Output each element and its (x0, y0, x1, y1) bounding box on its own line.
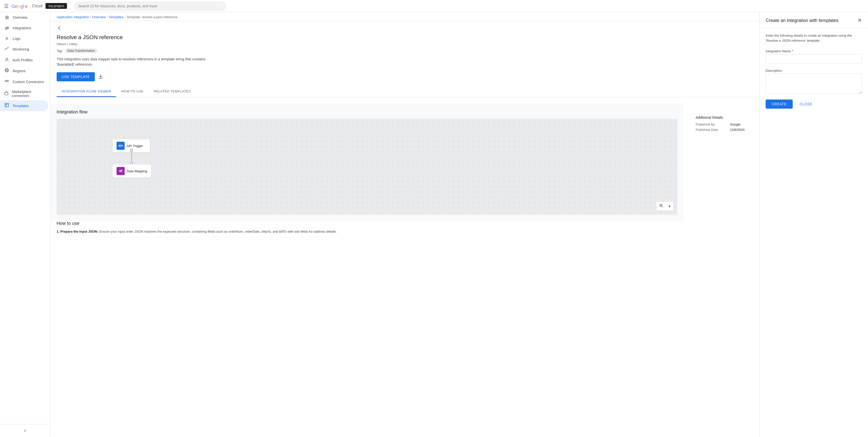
create-button[interactable]: CREATE (766, 100, 793, 109)
tab-integration-flow[interactable]: INTEGRATION FLOW VIEWER (57, 87, 116, 97)
templates-icon (4, 103, 10, 109)
sidebar-label-overview: Overview (13, 15, 27, 20)
flow-container: Integration flow API API Trigger (51, 103, 683, 240)
side-panel: Create an integration with templates ✕ E… (759, 12, 868, 437)
sidebar-item-connectors[interactable]: Custom Connectors (0, 76, 48, 87)
breadcrumb-templates[interactable]: Templates (109, 15, 124, 19)
zoom-dropdown-button[interactable]: ▾ (666, 202, 673, 210)
panel-close-button[interactable]: ✕ (857, 17, 862, 24)
menu-icon[interactable]: ☰ (4, 3, 9, 9)
integrations-icon: ⇄ (4, 25, 10, 31)
zoom-button[interactable] (656, 202, 666, 210)
step1-label: 1. (57, 230, 60, 233)
sidebar: ⊞ Overview ⇄ Integrations ≡ Logs Monitor… (0, 12, 51, 437)
breadcrumb-sep-3: / (125, 15, 126, 19)
flow-canvas: API API Trigger (57, 119, 677, 215)
sidebar-item-overview[interactable]: ⊞ Overview (0, 12, 48, 23)
panel-actions: CREATE CLOSE (766, 100, 862, 109)
connector-line-1 (131, 149, 132, 163)
step1-bold: Prepare the Input JSON: (60, 230, 98, 233)
sidebar-item-monitoring[interactable]: Monitoring (0, 44, 48, 55)
panel-body: Enter the following details to create an… (760, 28, 868, 437)
sidebar-label-connectors: Custom Connectors (13, 80, 44, 84)
back-button[interactable] (57, 25, 62, 32)
description-label-row: Description (766, 69, 862, 72)
api-trigger-icon: API (117, 142, 125, 150)
published-date-label: Published Date: (695, 128, 726, 132)
published-by-value: Google (730, 123, 741, 126)
svg-rect-16 (5, 103, 9, 107)
additional-details: Additional Details Published by: Google … (683, 103, 759, 240)
search-container (74, 2, 226, 10)
step1-text: Ensure your input order JSON matches the… (98, 230, 337, 233)
use-template-button[interactable]: USE TEMPLATE (57, 72, 95, 81)
sidebar-item-auth[interactable]: Auth Profiles (0, 55, 48, 65)
connectors-icon (4, 79, 10, 85)
svg-rect-11 (7, 80, 9, 81)
data-mapping-label: Data Mapping (127, 169, 147, 173)
description-field: Description (766, 69, 862, 95)
logo: G o o g l e Cloud (12, 3, 42, 9)
flow-and-details: Integration flow API API Trigger (51, 103, 759, 240)
tab-how-to-use[interactable]: HOW TO USE (116, 87, 148, 97)
project-selector[interactable]: my-project (45, 3, 67, 9)
flow-area: Integration flow API API Trigger (51, 103, 683, 221)
cloud-text: Cloud (32, 4, 42, 8)
sidebar-label-regions: Regions (13, 69, 26, 73)
integration-name-field: Integration Name * (766, 49, 862, 64)
sidebar-collapse-btn[interactable] (0, 426, 50, 435)
breadcrumb: Application Integration / Overview / Tem… (51, 12, 759, 21)
integration-name-input[interactable] (766, 54, 862, 64)
integration-name-required: * (792, 49, 793, 53)
marketplace-icon (4, 91, 9, 97)
topbar: ☰ G o o g l e Cloud my-project (0, 0, 868, 12)
svg-text:e: e (25, 4, 28, 9)
svg-rect-15 (5, 93, 8, 95)
published-date-value: 12/6/2024 (730, 128, 745, 132)
how-to-use-title: How to use (57, 221, 677, 226)
search-input[interactable] (74, 2, 226, 10)
auth-icon (4, 57, 10, 63)
template-subtitle: Others | Utility (57, 42, 753, 46)
sidebar-label-templates: Templates (13, 104, 29, 108)
sidebar-label-integrations: Integrations (13, 26, 31, 30)
description-textarea[interactable] (766, 73, 862, 94)
svg-text:o: o (15, 4, 18, 9)
sidebar-item-logs[interactable]: ≡ Logs (0, 33, 48, 44)
sidebar-item-integrations[interactable]: ⇄ Integrations (0, 23, 48, 33)
flow-dotted-bg: API API Trigger (57, 119, 677, 215)
svg-line-24 (662, 206, 663, 207)
breadcrumb-app-integration[interactable]: Application Integration (57, 15, 89, 19)
logs-icon: ≡ (4, 36, 10, 41)
additional-details-content: Additional Details Published by: Google … (689, 109, 753, 139)
tag-label: Tag: (57, 49, 63, 53)
breadcrumb-sep-1: / (90, 15, 91, 19)
zoom-control: ▾ (656, 202, 673, 211)
how-to-use: How to use 1. Prepare the Input JSON: En… (51, 221, 683, 240)
sidebar-label-monitoring: Monitoring (13, 47, 29, 51)
sidebar-item-templates[interactable]: Templates (0, 100, 48, 111)
tabs: INTEGRATION FLOW VIEWER HOW TO USE RELAT… (57, 87, 753, 97)
download-button[interactable] (98, 73, 103, 80)
close-panel-button[interactable]: CLOSE (796, 100, 816, 109)
sidebar-item-regions[interactable]: Regions (0, 65, 48, 76)
data-mapping-icon (117, 167, 125, 175)
svg-text:g: g (21, 4, 23, 9)
svg-text:l: l (23, 4, 24, 9)
sidebar-label-auth: Auth Profiles (13, 58, 33, 62)
template-actions: USE TEMPLATE (57, 72, 753, 81)
sidebar-label-marketplace: Marketplace connectors (12, 90, 44, 98)
svg-text:o: o (18, 4, 20, 9)
breadcrumb-overview[interactable]: Overview (92, 15, 106, 19)
tab-related-templates[interactable]: RELATED TEMPLATES (149, 87, 196, 97)
sidebar-item-marketplace[interactable]: Marketplace connectors (0, 87, 48, 100)
svg-point-6 (6, 58, 8, 60)
template-detail: Resolve a JSON reference Others | Utilit… (51, 34, 759, 103)
integration-name-label: Integration Name (766, 49, 791, 53)
how-to-use-step1: 1. Prepare the Input JSON: Ensure your i… (57, 229, 677, 234)
content-area: Application Integration / Overview / Tem… (51, 12, 759, 437)
google-logo: G o o g l e (12, 3, 30, 9)
description-label: Description (766, 69, 782, 72)
svg-text:G: G (12, 4, 15, 9)
detail-published-date: Published Date: 12/6/2024 (695, 128, 747, 132)
